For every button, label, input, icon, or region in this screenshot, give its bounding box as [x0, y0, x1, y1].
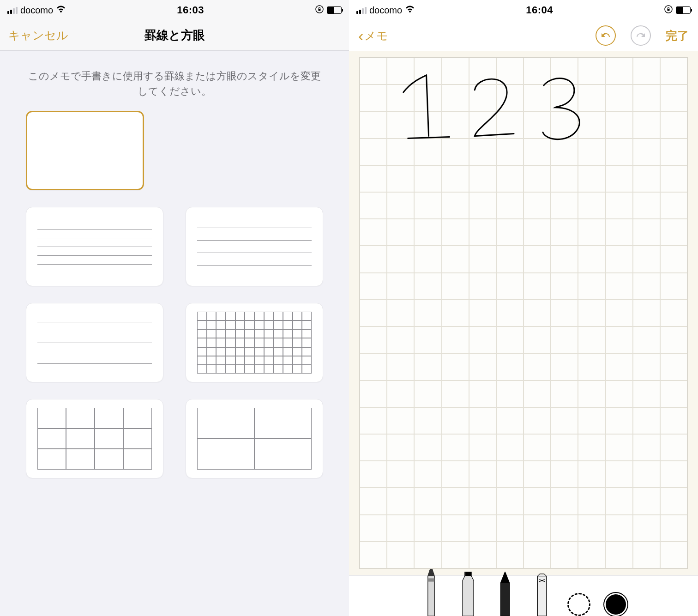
orientation-lock-icon	[315, 5, 324, 16]
drawing-screen: docomo 16:04 ‹ メモ 完了	[349, 0, 698, 616]
color-swatch-icon	[604, 593, 627, 616]
style-option-grid-mid[interactable]	[26, 399, 163, 478]
svg-rect-3	[668, 9, 670, 11]
lines-grids-screen: docomo 16:03 キャンセル 罫線と方眼 このメモで手書きに使用する罫線…	[0, 0, 349, 616]
tool-pencil[interactable]	[493, 580, 517, 616]
style-option-lines-wide[interactable]	[26, 303, 163, 382]
redo-icon	[635, 30, 646, 41]
style-option-grid-large[interactable]	[186, 399, 323, 478]
drawing-toolbar	[349, 575, 698, 616]
undo-icon	[600, 30, 611, 41]
tool-color[interactable]	[604, 580, 628, 616]
svg-rect-6	[537, 576, 546, 616]
carrier-label: docomo	[20, 5, 53, 16]
svg-rect-4	[428, 578, 434, 581]
description-text: このメモで手書きに使用する罫線または方眼のスタイルを変更してください。	[0, 51, 349, 111]
back-button[interactable]: ‹ メモ	[358, 28, 388, 43]
wifi-icon	[56, 5, 66, 16]
undo-button[interactable]	[596, 25, 616, 46]
svg-rect-5	[465, 572, 471, 576]
canvas-container	[349, 51, 698, 575]
style-option-lines-mid[interactable]	[186, 207, 323, 286]
eraser-icon	[531, 572, 553, 616]
signal-bars-icon	[7, 7, 18, 14]
style-option-grid-small[interactable]	[186, 303, 323, 382]
back-label: メモ	[364, 28, 388, 43]
wifi-icon	[405, 5, 415, 16]
pencil-icon	[494, 572, 516, 616]
clock: 16:04	[526, 4, 553, 16]
status-bar: docomo 16:03	[0, 0, 349, 20]
handwritten-strokes	[360, 58, 687, 550]
cancel-button[interactable]: キャンセル	[8, 28, 68, 43]
style-option-blank[interactable]	[26, 111, 144, 190]
spacer	[186, 111, 323, 190]
battery-icon	[676, 6, 691, 14]
drawing-canvas[interactable]	[359, 57, 688, 569]
clock: 16:03	[177, 4, 204, 16]
lasso-icon	[567, 593, 590, 616]
tool-lasso[interactable]	[567, 580, 591, 616]
tool-eraser[interactable]	[530, 580, 554, 616]
svg-rect-1	[319, 9, 321, 11]
redo-button[interactable]	[631, 25, 651, 46]
tool-pen[interactable]	[419, 580, 443, 616]
signal-bars-icon	[356, 7, 367, 14]
nav-bar: ‹ メモ 完了	[349, 20, 698, 51]
chevron-left-icon: ‹	[358, 31, 363, 40]
carrier-label: docomo	[369, 5, 402, 16]
tool-marker[interactable]	[456, 580, 480, 616]
style-options-grid	[0, 111, 349, 478]
battery-icon	[327, 6, 342, 14]
status-bar: docomo 16:04	[349, 0, 698, 20]
style-option-lines-dense[interactable]	[26, 207, 163, 286]
marker-icon	[457, 572, 479, 616]
nav-bar: キャンセル 罫線と方眼	[0, 20, 349, 51]
orientation-lock-icon	[664, 5, 673, 16]
done-button[interactable]: 完了	[666, 28, 689, 43]
pen-icon	[420, 566, 442, 616]
